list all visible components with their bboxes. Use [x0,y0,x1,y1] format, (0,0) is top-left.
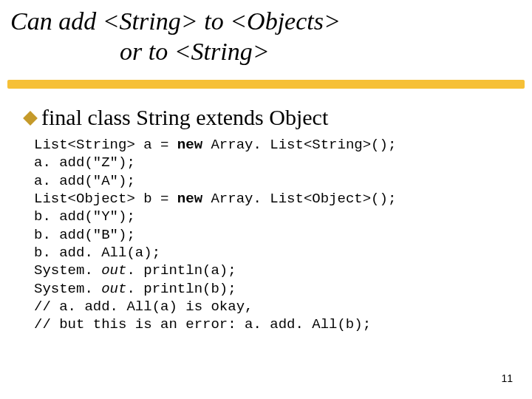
code-line-7: b. add. All(a); [34,245,160,261]
code-line-1: List<String> a = new Array. List<String>… [34,137,396,153]
bullet-row: final class String extends Object [25,105,328,129]
slide-title: Can add <String> to <Objects> or to <Str… [10,6,517,67]
code-line-5: b. add("Y"); [34,208,135,225]
code-line-3: a. add("A"); [34,173,135,189]
code-line-2: a. add("Z"); [34,154,135,171]
code-line-11: // but this is an error: a. add. All(b); [34,316,371,332]
slide: Can add <String> to <Objects> or to <Str… [0,0,532,399]
code-line-4: List<Object> b = new Array. List<Object>… [34,191,396,207]
bullet-text: final class String extends Object [41,105,328,129]
code-line-9: System. out. println(b); [34,281,236,297]
title-underline-highlight [7,80,525,89]
page-number: 11 [501,372,513,384]
title-line-1: Can add <String> to <Objects> [10,6,517,36]
code-line-10: // a. add. All(a) is okay, [34,299,253,315]
bullet-diamond-icon [23,111,38,126]
title-line-2: or to <String> [10,36,517,66]
code-block: List<String> a = new Array. List<String>… [34,136,396,333]
code-line-8: System. out. println(a); [34,262,236,279]
code-line-6: b. add("B"); [34,227,135,243]
